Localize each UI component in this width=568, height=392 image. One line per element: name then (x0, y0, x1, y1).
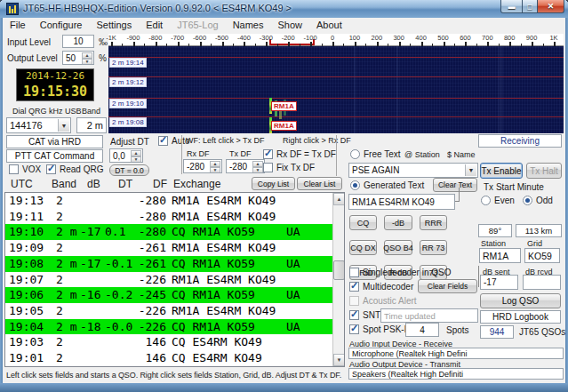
decode-table[interactable]: 19:132-280RM1A ES4RM KO4919:112-280RM1A … (4, 192, 345, 367)
db-sent-field[interactable]: -17 (480, 275, 518, 290)
menu-show[interactable]: Show (270, 19, 309, 31)
qrg-combo-arrow-icon[interactable]: ▼ (58, 119, 69, 132)
col-header-utc: UTC (11, 178, 33, 190)
decode-row[interactable]: 19:132-280RM1A ES4RM KO49 (5, 193, 332, 209)
singledecoder-checkbox[interactable]: Singledecoder in QSO (349, 268, 452, 277)
connector (478, 266, 479, 287)
menu-settings[interactable]: Settings (89, 19, 139, 31)
maximize-button[interactable]: ◻ (523, 0, 538, 13)
window-title: JT65-HF HB9HQX-Edition Version 0.9.92.0 … (23, 3, 292, 13)
decode-row[interactable]: 19:082 m-17-0.1-261CQ RM1A KO59UA (5, 256, 332, 272)
menu-edit[interactable]: Edit (139, 19, 170, 31)
output-level-spinner[interactable]: 50 ▲▼ (62, 51, 94, 65)
menu-file[interactable]: File (3, 19, 33, 31)
odd-radio[interactable]: Odd (523, 196, 553, 205)
decode-row[interactable]: 19:092-261RM1A ES4RM KO49 (5, 240, 332, 256)
rx-df-spin-arrows[interactable]: ▲▼ (210, 161, 220, 172)
db-rcvd-field[interactable] (523, 275, 561, 290)
qrg-combo[interactable]: 144176▼ (6, 117, 71, 133)
fix-tx-df-checkbox[interactable]: Fix Tx DF (263, 163, 315, 172)
read-qrg-checkbox[interactable]: Read QRG (46, 164, 103, 174)
scroll-up-icon[interactable]: ▲ (333, 193, 345, 205)
status-bar: Left click sets fields and starts a QSO.… (6, 371, 344, 380)
macro-button-qso-b4[interactable]: QSO B4 (384, 240, 412, 255)
decode-row[interactable]: 19:112-280RM1A ES4RM KO49 (5, 209, 332, 225)
close-button[interactable]: ✕ (538, 0, 564, 13)
decode-row[interactable]: 19:062 m-16-0.2-245CQ RM1A KO59UA (5, 287, 332, 303)
even-radio[interactable]: Even (481, 196, 515, 205)
ruler-label: 900 (526, 34, 538, 42)
macro-button--db[interactable]: -dB (384, 215, 412, 230)
tx-halt-button[interactable]: Tx Halt (526, 163, 562, 179)
waterfall-display[interactable]: 2 m 19:142 m 19:122 m 19:102 m 19:08RM1A… (108, 46, 564, 133)
col-header-db: dB (87, 178, 100, 190)
grid-field[interactable]: KO59 (524, 248, 560, 263)
band-label: Band (82, 107, 100, 116)
col-header-band: Band (52, 178, 76, 190)
wf-hint-right: Right click > Rx DF (283, 136, 351, 145)
bearing-display: 89° (478, 224, 512, 237)
rx-eq-tx-checkbox[interactable]: Rx DF = Tx DF (263, 149, 336, 159)
decode-row[interactable]: 19:072-226RM1A ES4RM KO49 (5, 272, 332, 288)
decode-row[interactable]: 19:012146CQ ES4RM KO49 (5, 350, 332, 366)
minimize-button[interactable]: ▬ (500, 0, 523, 13)
hrd-logbook-button[interactable]: HRD Logbook (480, 310, 561, 324)
tx-df-spin-arrows[interactable]: ▲▼ (252, 161, 263, 172)
decode-row[interactable]: 19:102 m-170.1-280CQ RM1A KO59UA (5, 224, 332, 240)
free-text-combo[interactable]: PSE AGAIN▼ (348, 163, 478, 178)
station-field[interactable]: RM1A (479, 248, 521, 263)
ptt-cat-command-button[interactable]: PTT CAT Command (6, 149, 103, 163)
output-level-label: Output Level (7, 53, 58, 63)
menu-configure[interactable]: Configure (33, 19, 90, 31)
generated-text-field[interactable]: RM1A ES4RM KO49 (348, 194, 455, 210)
acoustic-alert-checkbox[interactable]: Acoustic Alert (349, 296, 417, 306)
copy-list-button[interactable]: Copy List (252, 177, 295, 190)
tx-enable-button[interactable]: Tx Enable (480, 163, 523, 179)
macro-button-rr-73[interactable]: RR 73 (420, 240, 447, 255)
vox-checkbox[interactable]: VOX (9, 164, 41, 174)
waterfall-noise-streak (354, 46, 356, 133)
waterfall-signal-marker[interactable]: RM1A (271, 121, 297, 131)
title-bar[interactable]: JT65-HF HB9HQX-Edition Version 0.9.92.0 … (0, 0, 568, 18)
input-level-field[interactable]: 10 (62, 35, 94, 48)
macro-button-rrr[interactable]: RRR (420, 215, 447, 230)
decode-row[interactable]: 19:052-226RM1A ES4RM KO49 (5, 303, 332, 319)
multidecoder-checkbox[interactable]: Multidecoder (349, 282, 413, 292)
audio-output-device-field[interactable]: Speakers (Realtek High Definiti (348, 368, 564, 380)
scrollbar-thumb[interactable] (333, 260, 345, 280)
ruler-label: 600 (460, 34, 471, 42)
spots-label: Spots (446, 325, 469, 335)
macro-button-cq[interactable]: CQ (349, 215, 377, 230)
audio-input-device-field[interactable]: Microphone (Realtek High Defini (348, 348, 564, 359)
name-macro-hint: $ Name (447, 150, 476, 159)
output-level-spin-arrows[interactable]: ▲▼ (82, 52, 92, 63)
cat-via-hrd-button[interactable]: CAT via HRD (6, 135, 103, 148)
clear-fields-button[interactable]: Clear Fields (418, 279, 477, 293)
clear-text-button[interactable]: Clear Text (433, 178, 477, 192)
scrollbar[interactable]: ▲ ▼ (332, 193, 344, 366)
macro-button-cq-dx[interactable]: CQ DX (349, 240, 377, 255)
log-qso-button[interactable]: Log QSO (480, 293, 561, 308)
output-level-unit: % (99, 53, 107, 63)
dt-spin-arrows[interactable]: ▲▼ (131, 150, 141, 161)
decode-row[interactable]: 19:042 m-18-0.0-226CQ RM1A KO59UA (5, 319, 332, 335)
waterfall-period-label: 2 m 19:08 (109, 117, 147, 127)
menu-about[interactable]: About (309, 19, 349, 31)
free-text-combo-arrow-icon[interactable]: ▼ (465, 164, 476, 176)
waterfall-signal-marker[interactable]: RM1A (271, 101, 297, 111)
menu-jt65-log[interactable]: JT65-Log (170, 19, 225, 31)
menu-names[interactable]: Names (226, 19, 271, 31)
ruler-label: -200 (282, 34, 295, 42)
dt-spinner[interactable]: 0,0 ▲▼ (109, 148, 143, 163)
window-frame-left (0, 18, 3, 392)
rx-df-spinner[interactable]: -280 ▲▼ (183, 159, 222, 173)
ruler-label: -400 (237, 34, 251, 42)
clear-list-button[interactable]: Clear List (297, 177, 342, 190)
scroll-down-icon[interactable]: ▼ (333, 354, 345, 366)
generated-text-radio[interactable]: Generated Text (350, 180, 424, 190)
spots-count-field[interactable]: 4 (405, 323, 439, 337)
col-header-exchange: Exchange (173, 178, 220, 190)
free-text-radio[interactable]: Free Text (350, 149, 401, 159)
decode-row[interactable]: 19:032146CQ ES4RM KO49 (5, 334, 332, 350)
tx-df-spinner[interactable]: -280 ▲▼ (226, 159, 265, 173)
